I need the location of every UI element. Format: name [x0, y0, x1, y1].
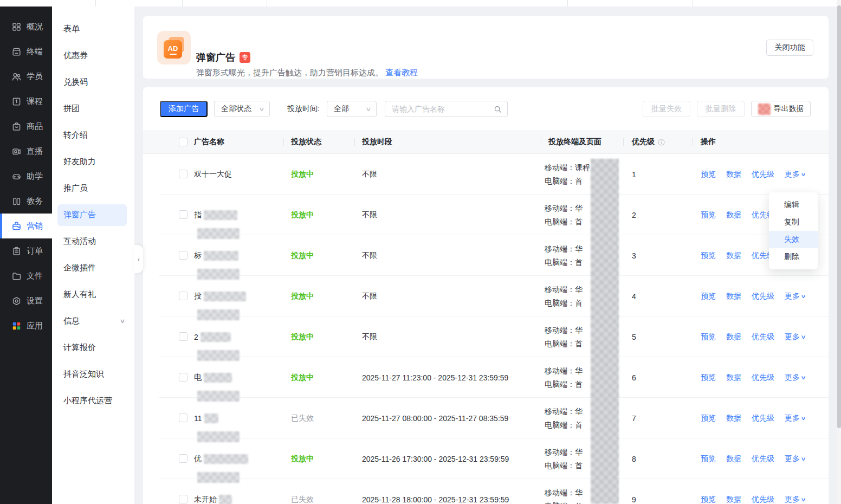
menu-item-friend-boost[interactable]: 好友助力 [52, 148, 134, 175]
scrollbar-thumb[interactable] [837, 5, 841, 428]
priority-link[interactable]: 优先级 [752, 454, 774, 464]
menu-item-referral[interactable]: 转介绍 [52, 122, 134, 148]
preview-link[interactable]: 预览 [701, 292, 716, 301]
data-link[interactable]: 数据 [726, 170, 741, 179]
data-link[interactable]: 数据 [726, 292, 741, 301]
export-data-button[interactable]: 导出数据 [751, 101, 811, 117]
priority-link[interactable]: 优先级 [752, 413, 774, 423]
preview-link[interactable]: 预览 [701, 373, 716, 383]
ad-name-cell: 双十一大促 [194, 154, 289, 195]
menu-item-popup-ads[interactable]: 弹窗广告 [52, 202, 134, 228]
info-icon[interactable] [657, 138, 665, 146]
data-link[interactable]: 数据 [726, 332, 741, 342]
more-link[interactable]: 更多∨ [785, 373, 805, 383]
menu-item-interactive[interactable]: 互动活动 [52, 228, 134, 255]
dropdown-item-copy[interactable]: 复制 [769, 214, 818, 231]
row-checkbox[interactable] [179, 292, 187, 300]
priority-cell: 5 [632, 316, 636, 357]
preview-link[interactable]: 预览 [701, 210, 716, 220]
chevron-down-icon: ∨ [258, 106, 265, 113]
time-filter-select[interactable]: 全部∨ [327, 101, 377, 117]
dropdown-item-invalidate[interactable]: 失效 [769, 231, 818, 248]
menu-item-promoter[interactable]: 推广员 [52, 175, 134, 202]
row-checkbox[interactable] [179, 454, 187, 463]
preview-link[interactable]: 预览 [701, 495, 716, 504]
menu-item-quote-calc[interactable]: 计算报价 [52, 334, 134, 361]
data-link[interactable]: 数据 [726, 454, 741, 464]
preview-link[interactable]: 预览 [701, 332, 716, 342]
priority-link[interactable]: 优先级 [752, 292, 774, 301]
preview-link[interactable]: 预览 [701, 170, 716, 179]
sidebar-item-overview[interactable]: 概况 [0, 14, 52, 39]
menu-item-forms[interactable]: 表单 [52, 16, 134, 42]
redacted-block [197, 309, 240, 320]
menu-item-redeem-codes[interactable]: 兑换码 [52, 69, 134, 95]
sidebar-item-orders[interactable]: 订单 [0, 238, 52, 263]
data-link[interactable]: 数据 [726, 251, 741, 261]
menu-item-coupons[interactable]: 优惠券 [52, 42, 134, 69]
sidebar-item-academic[interactable]: 教务 [0, 189, 52, 214]
preview-link[interactable]: 预览 [701, 413, 716, 423]
status-cell: 已失效 [291, 479, 314, 504]
sidebar-item-terminal[interactable]: 终端 [0, 39, 52, 64]
sidebar-item-live[interactable]: 直播 [0, 139, 52, 164]
row-checkbox[interactable] [179, 373, 187, 382]
menu-item-miniapp-agency[interactable]: 小程序代运营 [52, 387, 134, 414]
more-link[interactable]: 更多∨ [785, 413, 805, 423]
more-link[interactable]: 更多∨ [785, 292, 805, 301]
redacted-block [204, 413, 218, 423]
close-feature-button[interactable]: 关闭功能 [766, 40, 813, 56]
more-link[interactable]: 更多∨ [785, 495, 805, 504]
batch-delete-button[interactable]: 批量删除 [697, 101, 745, 117]
sidebar-item-goods[interactable]: 商品 [0, 114, 52, 139]
row-checkbox[interactable] [179, 170, 187, 178]
sidebar-item-settings[interactable]: 设置 [0, 288, 52, 313]
preview-link[interactable]: 预览 [701, 251, 716, 261]
data-link[interactable]: 数据 [726, 495, 741, 504]
tutorial-link[interactable]: 查看教程 [385, 68, 418, 77]
row-checkbox[interactable] [179, 495, 187, 503]
status-filter-select[interactable]: 全部状态∨ [214, 101, 270, 117]
menu-item-newcomer-gift[interactable]: 新人有礼 [52, 281, 134, 308]
more-link[interactable]: 更多∨ [785, 454, 805, 464]
preview-link[interactable]: 预览 [701, 454, 716, 464]
menu-item-wecom-plugin[interactable]: 企微插件 [52, 255, 134, 281]
search-input[interactable] [392, 105, 494, 113]
priority-link[interactable]: 优先级 [752, 495, 774, 504]
feature-header-card: AD 弹窗广告 专 弹窗形式曝光，提升广告触达，助力营销目标达成。 查看教程 关… [143, 16, 829, 79]
sidebar-item-study-aid[interactable]: 助学 [0, 164, 52, 189]
sidebar-item-files[interactable]: 文件 [0, 263, 52, 288]
menu-item-messages[interactable]: 信息∨ [52, 308, 134, 334]
row-checkbox[interactable] [179, 413, 187, 422]
sidebar-item-apps[interactable]: 应用 [0, 313, 52, 338]
select-all-checkbox[interactable] [179, 138, 187, 146]
sidebar-item-label: 订单 [27, 246, 43, 256]
row-checkbox[interactable] [179, 332, 187, 341]
data-link[interactable]: 数据 [726, 210, 741, 220]
col-header-period: 投放时段 [362, 130, 392, 154]
row-checkbox[interactable] [179, 251, 187, 260]
dropdown-item-delete[interactable]: 删除 [769, 248, 818, 266]
add-ad-button[interactable]: 添加广告 [160, 101, 208, 117]
mobile-terminal: 移动端：华 [545, 487, 583, 498]
sidebar-collapse-handle[interactable]: ‹ [134, 245, 143, 273]
data-link[interactable]: 数据 [726, 373, 741, 383]
sidebar-item-courses[interactable]: 课程 [0, 89, 52, 114]
menu-item-group-buy[interactable]: 拼团 [52, 95, 134, 122]
data-link[interactable]: 数据 [726, 413, 741, 423]
ad-name-cell: 11 [194, 398, 289, 438]
row-checkbox[interactable] [179, 210, 187, 219]
menu-item-douyin[interactable]: 抖音泛知识 [52, 361, 134, 387]
more-link[interactable]: 更多∨ [785, 332, 805, 342]
goods-icon [11, 121, 22, 132]
priority-link[interactable]: 优先级 [752, 373, 774, 383]
sidebar-item-marketing[interactable]: 营销 [0, 214, 52, 238]
dropdown-item-edit[interactable]: 编辑 [769, 196, 818, 214]
priority-link[interactable]: 优先级 [752, 332, 774, 342]
more-link[interactable]: 更多∨ [785, 170, 805, 179]
vertical-scrollbar[interactable] [837, 0, 841, 504]
live-icon [11, 146, 22, 157]
priority-link[interactable]: 优先级 [752, 170, 774, 179]
batch-invalidate-button[interactable]: 批量失效 [643, 101, 690, 117]
sidebar-item-students[interactable]: 学员 [0, 64, 52, 89]
